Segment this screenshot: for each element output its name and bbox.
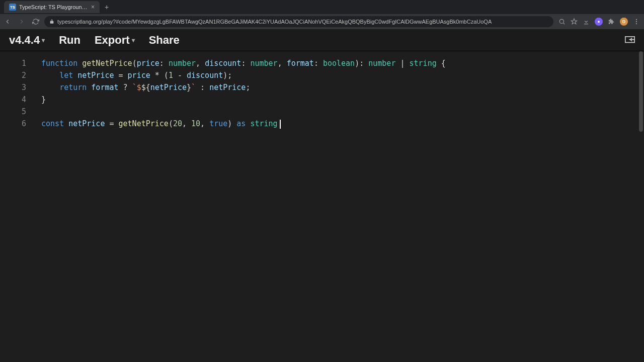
export-dropdown[interactable]: Export ▾ (95, 34, 135, 47)
line-gutter: 123456 (0, 51, 33, 362)
share-button[interactable]: Share (149, 34, 180, 47)
nav-icons (4, 18, 39, 25)
code-line[interactable]: const netPrice = getNetPrice(20, 10, tru… (41, 118, 644, 130)
code-line[interactable]: return format ? `$${netPrice}` : netPric… (41, 81, 644, 94)
url-text: typescriptlang.org/play?#code/MYewdgzgLg… (57, 19, 492, 25)
svg-point-2 (636, 21, 637, 22)
back-icon[interactable] (4, 18, 11, 25)
extension-icon[interactable]: ● (595, 18, 603, 26)
close-tab-icon[interactable]: × (91, 4, 95, 11)
scrollbar-thumb[interactable] (639, 51, 643, 132)
reload-icon[interactable] (32, 18, 39, 25)
new-tab-button[interactable]: + (105, 3, 109, 11)
line-number: 6 (0, 118, 26, 130)
menu-icon[interactable] (633, 18, 640, 25)
forward-icon[interactable] (18, 18, 25, 25)
version-dropdown[interactable]: v4.4.4 ▾ (9, 34, 45, 47)
line-number: 5 (0, 106, 26, 118)
line-number: 4 (0, 94, 26, 106)
version-label: v4.4.4 (9, 34, 40, 47)
profile-icon[interactable]: D (620, 18, 628, 26)
line-number: 1 (0, 57, 26, 69)
run-button[interactable]: Run (59, 34, 80, 47)
chevron-down-icon: ▾ (42, 37, 45, 44)
url-input[interactable]: typescriptlang.org/play?#code/MYewdgzgLg… (44, 16, 553, 27)
line-number: 3 (0, 81, 26, 94)
browser-tab[interactable]: TS TypeScript: TS Playground - A × (4, 1, 100, 13)
code-editor[interactable]: 123456 function getNetPrice(price: numbe… (0, 51, 644, 362)
code-line[interactable]: function getNetPrice(price: number, disc… (41, 57, 644, 69)
code-line[interactable]: let netPrice = price * (1 - discount); (41, 69, 644, 81)
lock-icon (49, 19, 54, 24)
browser-chrome: TS TypeScript: TS Playground - A × + typ… (0, 0, 644, 29)
svg-point-0 (559, 19, 564, 23)
star-icon[interactable] (571, 18, 578, 25)
code-line[interactable] (41, 106, 644, 118)
favicon: TS (9, 4, 16, 11)
browser-right-icons: ● D (558, 18, 640, 26)
download-icon[interactable] (583, 18, 590, 25)
export-label: Export (95, 34, 130, 47)
code-line[interactable]: } (41, 94, 644, 106)
chevron-down-icon: ▾ (132, 37, 135, 44)
line-number: 2 (0, 69, 26, 81)
zoom-icon[interactable] (558, 18, 566, 25)
playground-toolbar: v4.4.4 ▾ Run Export ▾ Share (0, 29, 644, 51)
vertical-scrollbar[interactable] (638, 51, 644, 362)
address-bar: typescriptlang.org/play?#code/MYewdgzgLg… (0, 14, 644, 29)
code-area[interactable]: function getNetPrice(price: number, disc… (33, 51, 644, 362)
tab-bar: TS TypeScript: TS Playground - A × + (0, 0, 644, 14)
extensions-icon[interactable] (608, 18, 615, 25)
svg-point-3 (636, 23, 637, 24)
tab-title: TypeScript: TS Playground - A (19, 4, 88, 10)
panel-toggle-icon[interactable] (625, 36, 635, 44)
svg-point-1 (636, 19, 637, 20)
